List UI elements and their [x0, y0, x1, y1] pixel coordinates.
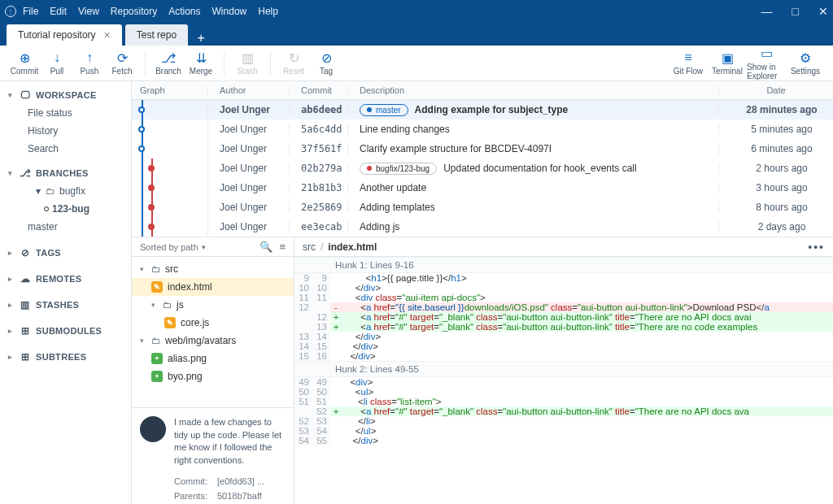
- tab-test-repo[interactable]: Test repo: [125, 24, 188, 46]
- commit-row[interactable]: Joel Unger 2e25869 Adding templates 8 ho…: [132, 198, 833, 217]
- chevron-down-icon: ▾: [8, 169, 15, 177]
- menu-help[interactable]: Help: [258, 6, 278, 17]
- sidebar-remotes[interactable]: ▸ ☁ REMOTES: [0, 270, 131, 288]
- reset-button[interactable]: ↻ Reset: [277, 50, 310, 76]
- gitflow-button[interactable]: ≡ Git Flow: [669, 50, 708, 76]
- file-label: alias.png: [168, 353, 207, 364]
- files-header: Sorted by path ▾ 🔍 ≡: [132, 237, 294, 257]
- menu-view[interactable]: View: [78, 6, 99, 17]
- monitor-icon: 🖵: [20, 89, 31, 101]
- folder-label: bugfix: [59, 185, 85, 197]
- commit-description: masterAdding example for subject_type: [348, 104, 719, 116]
- fetch-button[interactable]: ⟳ Fetch: [106, 50, 138, 76]
- commit-description: Line ending changes: [348, 124, 719, 135]
- folder-icon: 🗀: [46, 186, 55, 196]
- tool-label: Terminal: [712, 67, 743, 76]
- settings-button[interactable]: ⚙ Settings: [786, 50, 825, 76]
- close-icon[interactable]: ×: [104, 28, 111, 41]
- commits-list: Joel Unger ab6deed masterAdding example …: [132, 100, 833, 237]
- file-index-html[interactable]: ✎ index.html: [132, 278, 294, 296]
- commit-date: 28 minutes ago: [719, 104, 833, 115]
- branch-label: 123-bug: [52, 203, 89, 215]
- file-core-js[interactable]: ✎ core.js: [132, 314, 294, 332]
- sidebar-stashes[interactable]: ▸ ▥ STASHES: [0, 296, 131, 314]
- chevron-right-icon: ▸: [8, 327, 15, 335]
- file-status-icon: ✎: [151, 281, 163, 293]
- breadcrumb-folder[interactable]: src: [303, 241, 316, 253]
- submodules-icon: ⊞: [20, 325, 31, 337]
- parents-row: Parents: 5018b7baff: [132, 489, 294, 504]
- push-button[interactable]: ↑ Push: [73, 50, 106, 76]
- file-label: index.html: [168, 281, 212, 293]
- commit-row[interactable]: Joel Unger ee3ecab Adding js 2 days ago: [132, 217, 833, 237]
- menu-window[interactable]: Window: [212, 6, 247, 17]
- file-tree: ▾ 🗀 src ✎ index.html ▾ 🗀 js ✎ core.js ▾ …: [132, 257, 294, 407]
- pull-button[interactable]: ↓ Pull: [41, 50, 73, 76]
- commit-graph: [132, 178, 208, 198]
- menu-actions[interactable]: Actions: [168, 6, 200, 17]
- commit-message-box: I made a few changes to tidy up the code…: [132, 407, 294, 475]
- branch-master[interactable]: master: [0, 218, 131, 236]
- search-icon[interactable]: 🔍: [259, 241, 273, 253]
- add-tab-button[interactable]: +: [191, 31, 211, 46]
- folder-js[interactable]: ▾ 🗀 js: [132, 296, 294, 314]
- menu-repository[interactable]: Repository: [111, 6, 157, 17]
- file-byo-png[interactable]: + byo.png: [132, 367, 294, 385]
- commit-hash: ab6deed: [290, 104, 348, 115]
- maximize-icon[interactable]: □: [792, 5, 799, 18]
- merge-icon: ⇊: [196, 50, 207, 65]
- chevron-down-icon[interactable]: ▾: [202, 243, 206, 251]
- sidebar-item-file-status[interactable]: File status: [0, 104, 131, 122]
- sort-label[interactable]: Sorted by path: [140, 242, 198, 252]
- commit-hash: 37f561f: [290, 143, 348, 154]
- terminal-button[interactable]: ▣ Terminal: [708, 50, 747, 76]
- commit-graph: [132, 100, 208, 119]
- diff-line: 1516 </div>: [294, 351, 833, 361]
- section-label: TAGS: [36, 248, 61, 258]
- tool-label: Stash: [237, 67, 258, 76]
- sidebar-workspace[interactable]: ▾ 🖵 WORKSPACE: [0, 86, 131, 104]
- commit-row[interactable]: Joel Unger 02b279a bugfix/123-bugUpdated…: [132, 159, 833, 178]
- explorer-button[interactable]: ▭ Show in Explorer: [747, 46, 786, 80]
- close-icon[interactable]: ✕: [818, 5, 828, 18]
- commit-graph: [132, 198, 208, 217]
- commit-row[interactable]: Joel Unger 5a6c4dd Line ending changes 5…: [132, 119, 833, 139]
- tab-tutorial-repository[interactable]: Tutorial repository ×: [7, 24, 122, 46]
- chevron-down-icon: ▾: [140, 337, 146, 345]
- commit-date: 2 days ago: [719, 221, 833, 232]
- diff-line: 4949 <div>: [294, 377, 833, 387]
- chevron-right-icon: ▸: [8, 275, 15, 283]
- menu-edit[interactable]: Edit: [50, 6, 67, 17]
- menu-file[interactable]: File: [23, 6, 38, 17]
- merge-button[interactable]: ⇊ Merge: [185, 50, 217, 76]
- folder-web-img-avatars[interactable]: ▾ 🗀 web/img/avatars: [132, 332, 294, 350]
- folder-src[interactable]: ▾ 🗀 src: [132, 260, 294, 278]
- branch-folder-bugfix[interactable]: ▾ 🗀 bugfix: [0, 182, 131, 200]
- commit-row[interactable]: Joel Unger ab6deed masterAdding example …: [132, 100, 833, 119]
- commit-row[interactable]: Joel Unger 21b81b3 Another update 3 hour…: [132, 178, 833, 198]
- tool-label: Pull: [50, 67, 64, 76]
- minimize-icon[interactable]: —: [761, 5, 773, 18]
- sidebar-submodules[interactable]: ▸ ⊞ SUBMODULES: [0, 322, 131, 340]
- sidebar-item-search[interactable]: Search: [0, 140, 131, 158]
- folder-label: js: [177, 299, 184, 311]
- commit-button[interactable]: ⊕ Commit: [8, 50, 41, 76]
- stash-button[interactable]: ▥ Stash: [231, 50, 264, 76]
- commit-author: Joel Unger: [208, 143, 290, 154]
- file-alias-png[interactable]: + alias.png: [132, 350, 294, 367]
- sidebar-tags[interactable]: ▸ ⊘ TAGS: [0, 244, 131, 262]
- menu-lines-icon[interactable]: ≡: [279, 241, 286, 253]
- gitflow-icon: ≡: [684, 50, 691, 65]
- diff-body[interactable]: Hunk 1: Lines 9-16 99 <h1>{{ page.title …: [294, 257, 833, 504]
- parents-label: Parents:: [174, 491, 207, 501]
- parents-hash: 5018b7baff: [217, 491, 262, 501]
- branch-button[interactable]: ⎇ Branch: [152, 50, 185, 76]
- sidebar-subtrees[interactable]: ▸ ⊞ SUBTREES: [0, 348, 131, 366]
- commit-row[interactable]: Joel Unger 37f561f Clarify example struc…: [132, 139, 833, 159]
- more-icon[interactable]: •••: [808, 241, 825, 254]
- sidebar-item-history[interactable]: History: [0, 122, 131, 140]
- sidebar-branches[interactable]: ▾ ⎇ BRANCHES: [0, 164, 131, 182]
- col-author: Author: [208, 85, 290, 95]
- branch-123-bug[interactable]: 123-bug: [0, 200, 131, 218]
- tag-button[interactable]: ⊘ Tag: [310, 50, 342, 76]
